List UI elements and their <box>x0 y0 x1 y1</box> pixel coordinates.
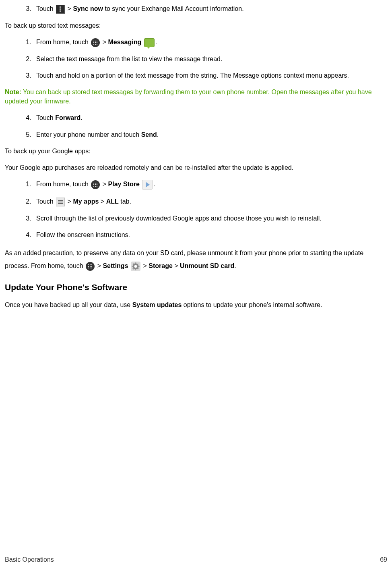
backup-text-heading: To back up stored text messages: <box>5 21 387 30</box>
google-desc: Your Google app purchases are reloaded r… <box>5 163 387 172</box>
step-forward: Touch Forward. <box>33 113 387 122</box>
playstore-icon <box>142 180 153 190</box>
note-label: Note: <box>5 89 21 95</box>
backup-google-heading: To back up your Google apps: <box>5 146 387 156</box>
step-open-messaging: From home, touch > Messaging . <box>33 37 387 47</box>
step-myapps: Touch > My apps > ALL tab. <box>33 197 387 206</box>
list-backup-google: From home, touch > Play Store . Touch > … <box>5 179 387 239</box>
step-select-message: Select the text message from the list to… <box>33 54 387 64</box>
page-footer: Basic Operations 69 <box>5 556 387 563</box>
footer-section-title: Basic Operations <box>5 556 54 563</box>
apps-icon <box>91 180 100 189</box>
playstore-bold: Play Store <box>108 181 140 188</box>
footer-page-number: 69 <box>380 556 387 563</box>
system-updates-bold: System updates <box>132 301 182 308</box>
send-bold: Send <box>141 131 157 138</box>
messaging-bold: Messaging <box>108 39 142 45</box>
myapps-bold: My apps <box>73 198 99 205</box>
list-backup-text: From home, touch > Messaging . Select th… <box>5 37 387 80</box>
forward-bold: Forward <box>55 114 80 121</box>
settings-icon <box>131 262 140 271</box>
unmount-bold: Unmount SD card <box>180 262 234 269</box>
list-exchange-continued: Touch > Sync now to sync your Exchange M… <box>5 4 387 14</box>
all-bold: ALL <box>106 198 119 205</box>
section-heading: Update Your Phone's Software <box>5 281 387 293</box>
messaging-icon <box>144 38 155 47</box>
update-desc: Once you have backed up all your data, u… <box>5 300 387 309</box>
step-follow: Follow the onscreen instructions. <box>33 230 387 239</box>
apps-icon <box>91 38 100 47</box>
settings-bold: Settings <box>103 262 128 269</box>
note-paragraph: Note: You can back up stored text messag… <box>5 87 387 106</box>
sync-now-bold: Sync now <box>73 5 103 12</box>
apps-icon <box>86 262 95 271</box>
step-open-playstore: From home, touch > Play Store . <box>33 179 387 190</box>
sd-precaution: As an added precaution, to preserve any … <box>5 247 387 272</box>
menu-overflow-icon <box>56 5 65 14</box>
step-touch-hold: Touch and hold on a portion of the text … <box>33 71 387 80</box>
step-scroll: Scroll through the list of previously do… <box>33 214 387 223</box>
step-send: Enter your phone number and touch Send. <box>33 130 387 139</box>
step-sync-now: Touch > Sync now to sync your Exchange M… <box>33 4 387 14</box>
list-backup-text-continued: Touch Forward. Enter your phone number a… <box>5 113 387 139</box>
page-content: Touch > Sync now to sync your Exchange M… <box>0 0 392 309</box>
storage-bold: Storage <box>149 262 173 269</box>
menu-lines-icon <box>56 198 65 206</box>
